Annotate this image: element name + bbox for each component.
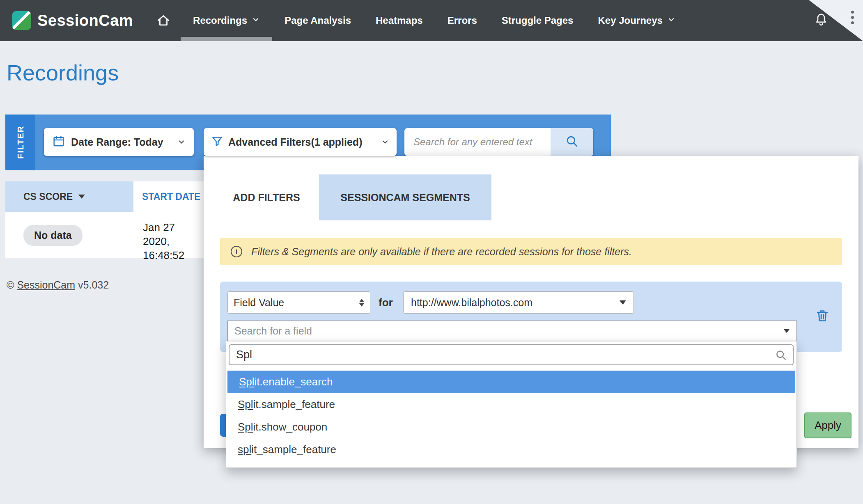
site-select[interactable]: http://www.bilalphotos.com: [403, 291, 634, 314]
field-option-split-sample-feature[interactable]: Split.sample_feature: [226, 393, 796, 416]
search-button[interactable]: [551, 128, 593, 156]
nav-item-label: Errors: [448, 15, 477, 26]
chevron-down-icon: [381, 138, 389, 146]
text-search-input[interactable]: [404, 128, 551, 156]
info-banner-text: Filters & Segments are only available if…: [251, 246, 632, 258]
column-header-cs-score[interactable]: CS SCORE: [5, 181, 133, 212]
for-label: for: [379, 291, 393, 314]
kebab-menu-icon[interactable]: [851, 11, 854, 24]
date-range-label: Date Range: Today: [71, 136, 163, 148]
funnel-icon: [211, 135, 223, 149]
start-date-line1: Jan 27 2020,: [143, 220, 204, 248]
delete-filter-button[interactable]: [815, 308, 830, 323]
sort-caret-icon: [78, 195, 85, 199]
nav-item-label: Heatmaps: [376, 15, 423, 26]
nav-item-label: Recordings: [193, 15, 247, 26]
caret-down-icon: [783, 329, 790, 333]
main-menu: Recordings Page Analysis Heatmaps Errors…: [181, 0, 688, 41]
nav-item-label: Struggle Pages: [502, 15, 574, 26]
page-title: Recordings: [7, 60, 119, 85]
field-options-list: Split.enable_search Split.sample_feature…: [226, 371, 796, 461]
nav-item-heatmaps[interactable]: Heatmaps: [363, 0, 435, 41]
nav-item-label: Key Journeys: [598, 15, 662, 26]
chevron-down-icon: [177, 138, 186, 146]
nav-item-key-journeys[interactable]: Key Journeys: [585, 0, 687, 41]
nav-item-errors[interactable]: Errors: [435, 0, 489, 41]
cs-score-badge: No data: [23, 225, 83, 246]
site-select-value: http://www.bilalphotos.com: [411, 297, 532, 309]
chevron-down-icon: [252, 15, 260, 26]
advanced-filters-label: Advanced Filters(1 applied): [228, 136, 362, 148]
start-date-cell: Jan 27 2020, 16:48:52: [143, 220, 204, 262]
recordings-page: SessionCam Recordings Page Analysis Heat…: [0, 0, 863, 504]
calendar-icon: [52, 135, 65, 149]
field-option-split-enable-search[interactable]: Split.enable_search: [227, 371, 795, 393]
column-header-label: START DATE: [142, 191, 200, 202]
home-icon[interactable]: [156, 13, 171, 28]
top-nav: SessionCam Recordings Page Analysis Heat…: [0, 0, 863, 41]
updown-arrows-icon: [359, 299, 364, 307]
caret-down-icon: [620, 300, 626, 305]
field-option-split-sample-feature-lower[interactable]: split_sample_feature: [226, 438, 796, 461]
field-search-input[interactable]: [230, 348, 775, 361]
notifications-bell-icon[interactable]: [814, 12, 829, 29]
nav-item-page-analysis[interactable]: Page Analysis: [272, 0, 363, 41]
apply-button[interactable]: Apply: [804, 412, 852, 438]
field-search-placeholder: Search for a field: [234, 325, 312, 337]
copyright-symbol: ©: [7, 279, 14, 291]
date-range-button[interactable]: Date Range: Today: [44, 128, 194, 156]
start-date-line2: 16:48:52: [143, 248, 204, 262]
field-option-split-show-coupon[interactable]: Split.show_coupon: [226, 416, 796, 438]
nav-item-struggle-pages[interactable]: Struggle Pages: [489, 0, 586, 41]
sessioncam-link[interactable]: SessionCam: [17, 279, 75, 291]
tab-add-filters[interactable]: ADD FILTERS: [225, 184, 308, 211]
field-type-select[interactable]: Field Value: [227, 291, 370, 314]
column-header-start-date[interactable]: START DATE: [133, 181, 204, 212]
tab-sessioncam-segments[interactable]: SESSIONCAM SEGMENTS: [319, 174, 491, 220]
table-row[interactable]: No data Jan 27 2020, 16:48:52: [5, 212, 204, 258]
nav-item-label: Page Analysis: [285, 15, 351, 26]
info-banner: i Filters & Segments are only available …: [220, 238, 842, 265]
field-search-box: [229, 344, 794, 365]
text-search-field: [404, 128, 593, 156]
filter-side-tab[interactable]: FILTER: [5, 115, 35, 170]
brand[interactable]: SessionCam: [12, 11, 133, 30]
column-header-label: CS SCORE: [23, 191, 73, 202]
nav-item-recordings[interactable]: Recordings: [181, 0, 272, 41]
sessioncam-logo-icon: [12, 11, 31, 30]
info-icon: i: [231, 246, 242, 257]
brand-name: SessionCam: [37, 12, 133, 30]
chevron-down-icon: [667, 15, 675, 26]
version-label: v5.032: [78, 279, 109, 291]
advanced-filters-button[interactable]: Advanced Filters(1 applied): [204, 128, 397, 156]
search-icon: [775, 349, 787, 361]
field-type-value: Field Value: [234, 297, 284, 309]
field-search-select[interactable]: Search for a field: [227, 321, 797, 341]
field-options-dropdown: Split.enable_search Split.sample_feature…: [226, 341, 797, 468]
search-icon: [565, 134, 579, 150]
footer: © SessionCam v5.032: [7, 279, 109, 291]
